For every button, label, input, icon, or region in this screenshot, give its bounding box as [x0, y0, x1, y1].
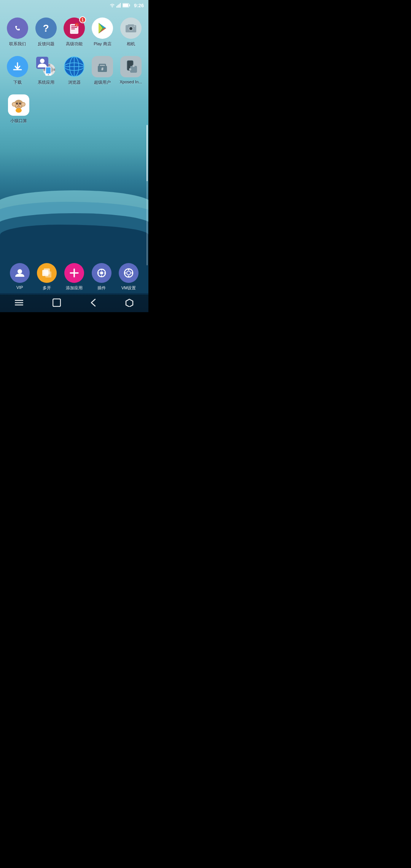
- browser-icon: [64, 56, 85, 77]
- svg-point-55: [16, 103, 18, 105]
- svg-rect-1: [116, 6, 117, 8]
- feedback-icon: ?: [35, 18, 57, 39]
- svg-point-56: [19, 103, 21, 105]
- app-row-2: 下载: [6, 56, 142, 85]
- feedback-label: 反馈问题: [38, 41, 54, 47]
- svg-point-53: [22, 103, 25, 106]
- svg-point-22: [134, 26, 135, 27]
- app-advanced[interactable]: i 1 高级功能: [63, 18, 86, 47]
- status-icons: 9:26: [110, 3, 144, 8]
- monkey-calc-label: 小猿口算: [10, 118, 27, 124]
- superuser-label: 超级用户: [94, 80, 111, 85]
- svg-rect-2: [118, 5, 118, 8]
- svg-rect-75: [128, 268, 129, 270]
- nav-menu-button[interactable]: [7, 296, 31, 311]
- app-browser[interactable]: 浏览器: [63, 56, 86, 85]
- app-icon-wrapper-browser: [64, 56, 85, 77]
- svg-rect-34: [46, 67, 51, 73]
- svg-rect-82: [53, 299, 61, 306]
- svg-point-74: [127, 271, 131, 275]
- svg-rect-6: [129, 5, 130, 6]
- svg-point-51: [13, 103, 16, 106]
- app-xposed[interactable]: Xposed In...: [119, 56, 142, 85]
- dock-vip[interactable]: VIP: [7, 263, 32, 290]
- app-icon-wrapper-xposed: [120, 56, 142, 77]
- dock-add-app[interactable]: 添加应用: [62, 263, 87, 291]
- app-feedback[interactable]: ? 反馈问题: [34, 18, 57, 47]
- nav-task-button[interactable]: [118, 295, 141, 312]
- sysapp-label: 系统应用: [38, 80, 54, 85]
- svg-rect-3: [119, 4, 119, 8]
- svg-rect-12: [71, 29, 75, 29]
- play-store-label: Play 商店: [94, 41, 111, 47]
- svg-point-0: [112, 6, 113, 7]
- superuser-icon: #: [92, 56, 113, 77]
- multiopen-icon: [37, 263, 57, 283]
- app-icon-wrapper-superuser: #: [92, 56, 113, 77]
- plugin-label: 插件: [97, 285, 106, 291]
- add-app-label: 添加应用: [66, 285, 83, 291]
- app-icon-wrapper-contact: [7, 18, 28, 39]
- advanced-label: 高级功能: [66, 41, 83, 47]
- plugin-icon: [92, 263, 112, 283]
- nav-back-button[interactable]: [83, 295, 104, 312]
- dock-plugin[interactable]: 插件: [89, 263, 114, 291]
- sysapp-icon: [35, 56, 57, 77]
- app-sysapp[interactable]: 系统应用: [34, 56, 57, 85]
- app-grid: 联系我们 ? 反馈问题: [0, 14, 148, 137]
- app-monkey-calc[interactable]: 小猿口算: [6, 94, 31, 124]
- dock-vm-settings[interactable]: VM设置: [116, 263, 141, 291]
- vm-settings-label: VM设置: [121, 285, 136, 291]
- svg-rect-30: [53, 69, 55, 71]
- dock-row: VIP 多开: [6, 263, 142, 291]
- download-label: 下载: [13, 80, 22, 85]
- multiopen-label: 多开: [43, 285, 51, 291]
- contact-us-icon: [7, 18, 28, 39]
- svg-rect-78: [131, 273, 133, 274]
- battery-icon: [123, 3, 130, 8]
- app-play-store[interactable]: Play 商店: [91, 18, 114, 47]
- svg-point-35: [48, 74, 49, 75]
- svg-text:#: #: [102, 67, 104, 71]
- app-download[interactable]: 下载: [6, 56, 29, 85]
- app-icon-wrapper-camera: [120, 18, 142, 39]
- scrollbar-track: [147, 125, 148, 265]
- vm-settings-icon: [119, 263, 139, 283]
- browser-label: 浏览器: [68, 80, 81, 85]
- svg-point-47: [132, 65, 135, 67]
- bottom-dock: VIP 多开: [0, 258, 148, 294]
- app-icon-wrapper-advanced: i 1: [64, 18, 85, 39]
- status-bar: 9:26: [0, 0, 148, 11]
- add-app-icon: [64, 263, 84, 283]
- dock-multiopen[interactable]: 多开: [34, 263, 59, 291]
- camera-label: 相机: [127, 41, 135, 47]
- svg-rect-76: [128, 276, 129, 278]
- nav-home-button[interactable]: [45, 295, 68, 312]
- nav-bar: [0, 295, 148, 312]
- svg-rect-4: [120, 3, 121, 8]
- xposed-label: Xposed In...: [119, 80, 142, 84]
- xposed-icon: [120, 56, 142, 77]
- wifi-icon: [110, 3, 115, 8]
- signal-icon: [116, 3, 121, 8]
- app-superuser[interactable]: # 超级用户: [91, 56, 114, 85]
- status-time: 9:26: [134, 3, 144, 8]
- svg-rect-64: [45, 271, 51, 278]
- app-icon-wrapper-play: [92, 18, 113, 39]
- app-camera[interactable]: 相机: [119, 18, 142, 47]
- app-row-1: 联系我们 ? 反馈问题: [6, 18, 142, 47]
- vip-label: VIP: [16, 285, 23, 290]
- scrollbar-thumb: [147, 125, 148, 181]
- download-icon: [7, 56, 28, 77]
- app-contact-us[interactable]: 联系我们: [6, 18, 29, 47]
- camera-icon: [120, 18, 142, 39]
- app-icon-wrapper-sysapp: [35, 56, 57, 77]
- svg-point-48: [129, 68, 131, 70]
- play-store-icon: [92, 18, 113, 39]
- svg-rect-77: [124, 273, 126, 274]
- app-icon-wrapper-feedback: ?: [35, 18, 57, 39]
- app-row-3: 小猿口算: [6, 94, 142, 124]
- svg-point-57: [17, 103, 18, 104]
- svg-point-60: [16, 108, 22, 113]
- svg-marker-83: [126, 299, 133, 307]
